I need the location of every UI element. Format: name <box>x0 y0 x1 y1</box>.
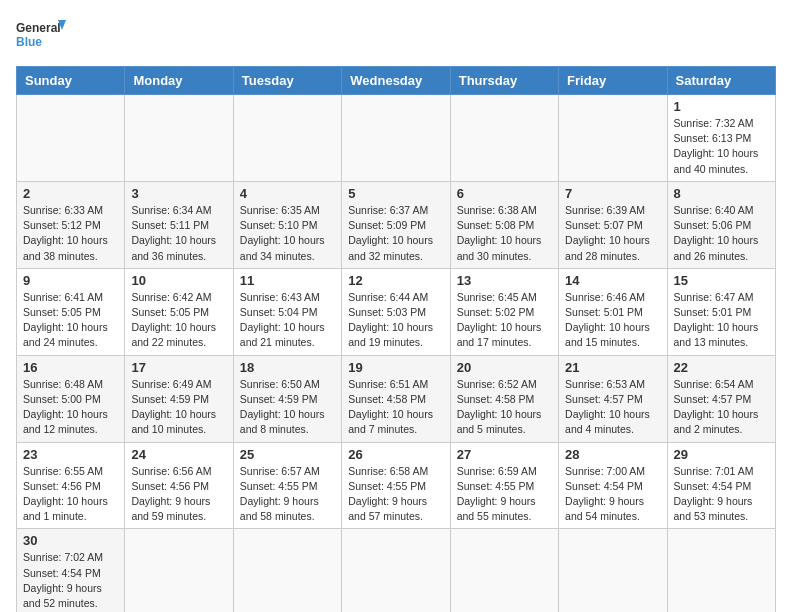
day-info: Sunrise: 6:46 AM Sunset: 5:01 PM Dayligh… <box>565 290 660 351</box>
day-info: Sunrise: 6:53 AM Sunset: 4:57 PM Dayligh… <box>565 377 660 438</box>
calendar-week-6: 30Sunrise: 7:02 AM Sunset: 4:54 PM Dayli… <box>17 529 776 612</box>
day-info: Sunrise: 6:49 AM Sunset: 4:59 PM Dayligh… <box>131 377 226 438</box>
day-number: 22 <box>674 360 769 375</box>
calendar-cell <box>342 529 450 612</box>
day-info: Sunrise: 6:35 AM Sunset: 5:10 PM Dayligh… <box>240 203 335 264</box>
calendar-cell <box>17 95 125 182</box>
day-info: Sunrise: 7:00 AM Sunset: 4:54 PM Dayligh… <box>565 464 660 525</box>
calendar-cell: 6Sunrise: 6:38 AM Sunset: 5:08 PM Daylig… <box>450 181 558 268</box>
calendar-cell: 1Sunrise: 7:32 AM Sunset: 6:13 PM Daylig… <box>667 95 775 182</box>
calendar-cell: 27Sunrise: 6:59 AM Sunset: 4:55 PM Dayli… <box>450 442 558 529</box>
day-number: 23 <box>23 447 118 462</box>
day-number: 1 <box>674 99 769 114</box>
calendar-cell: 21Sunrise: 6:53 AM Sunset: 4:57 PM Dayli… <box>559 355 667 442</box>
day-number: 19 <box>348 360 443 375</box>
weekday-header-tuesday: Tuesday <box>233 67 341 95</box>
day-number: 4 <box>240 186 335 201</box>
calendar-cell: 18Sunrise: 6:50 AM Sunset: 4:59 PM Dayli… <box>233 355 341 442</box>
calendar-cell: 4Sunrise: 6:35 AM Sunset: 5:10 PM Daylig… <box>233 181 341 268</box>
calendar-cell: 26Sunrise: 6:58 AM Sunset: 4:55 PM Dayli… <box>342 442 450 529</box>
day-number: 27 <box>457 447 552 462</box>
logo: General Blue <box>16 16 66 56</box>
day-number: 14 <box>565 273 660 288</box>
weekday-header-thursday: Thursday <box>450 67 558 95</box>
day-info: Sunrise: 6:38 AM Sunset: 5:08 PM Dayligh… <box>457 203 552 264</box>
logo-svg: General Blue <box>16 16 66 56</box>
calendar-cell: 23Sunrise: 6:55 AM Sunset: 4:56 PM Dayli… <box>17 442 125 529</box>
day-number: 9 <box>23 273 118 288</box>
day-info: Sunrise: 6:34 AM Sunset: 5:11 PM Dayligh… <box>131 203 226 264</box>
day-number: 12 <box>348 273 443 288</box>
day-number: 18 <box>240 360 335 375</box>
weekday-header-monday: Monday <box>125 67 233 95</box>
calendar-week-3: 9Sunrise: 6:41 AM Sunset: 5:05 PM Daylig… <box>17 268 776 355</box>
day-number: 11 <box>240 273 335 288</box>
general-text: General <box>16 21 61 35</box>
calendar-cell: 5Sunrise: 6:37 AM Sunset: 5:09 PM Daylig… <box>342 181 450 268</box>
calendar-cell: 2Sunrise: 6:33 AM Sunset: 5:12 PM Daylig… <box>17 181 125 268</box>
day-number: 7 <box>565 186 660 201</box>
day-number: 24 <box>131 447 226 462</box>
calendar-cell: 25Sunrise: 6:57 AM Sunset: 4:55 PM Dayli… <box>233 442 341 529</box>
calendar-cell <box>342 95 450 182</box>
day-number: 28 <box>565 447 660 462</box>
calendar-cell: 10Sunrise: 6:42 AM Sunset: 5:05 PM Dayli… <box>125 268 233 355</box>
day-number: 8 <box>674 186 769 201</box>
day-info: Sunrise: 6:41 AM Sunset: 5:05 PM Dayligh… <box>23 290 118 351</box>
day-info: Sunrise: 6:51 AM Sunset: 4:58 PM Dayligh… <box>348 377 443 438</box>
calendar-cell <box>559 529 667 612</box>
calendar-table: SundayMondayTuesdayWednesdayThursdayFrid… <box>16 66 776 612</box>
calendar-cell <box>559 95 667 182</box>
day-number: 13 <box>457 273 552 288</box>
day-info: Sunrise: 6:56 AM Sunset: 4:56 PM Dayligh… <box>131 464 226 525</box>
day-number: 2 <box>23 186 118 201</box>
page-header: General Blue <box>16 16 776 56</box>
day-number: 16 <box>23 360 118 375</box>
day-info: Sunrise: 6:43 AM Sunset: 5:04 PM Dayligh… <box>240 290 335 351</box>
calendar-cell: 30Sunrise: 7:02 AM Sunset: 4:54 PM Dayli… <box>17 529 125 612</box>
day-info: Sunrise: 6:52 AM Sunset: 4:58 PM Dayligh… <box>457 377 552 438</box>
calendar-cell: 3Sunrise: 6:34 AM Sunset: 5:11 PM Daylig… <box>125 181 233 268</box>
calendar-cell: 19Sunrise: 6:51 AM Sunset: 4:58 PM Dayli… <box>342 355 450 442</box>
calendar-cell: 28Sunrise: 7:00 AM Sunset: 4:54 PM Dayli… <box>559 442 667 529</box>
weekday-header-friday: Friday <box>559 67 667 95</box>
day-info: Sunrise: 6:57 AM Sunset: 4:55 PM Dayligh… <box>240 464 335 525</box>
weekday-header-row: SundayMondayTuesdayWednesdayThursdayFrid… <box>17 67 776 95</box>
day-number: 29 <box>674 447 769 462</box>
day-number: 30 <box>23 533 118 548</box>
day-number: 26 <box>348 447 443 462</box>
day-info: Sunrise: 6:40 AM Sunset: 5:06 PM Dayligh… <box>674 203 769 264</box>
day-info: Sunrise: 6:59 AM Sunset: 4:55 PM Dayligh… <box>457 464 552 525</box>
calendar-cell <box>233 95 341 182</box>
day-number: 6 <box>457 186 552 201</box>
calendar-cell: 13Sunrise: 6:45 AM Sunset: 5:02 PM Dayli… <box>450 268 558 355</box>
blue-text: Blue <box>16 35 42 49</box>
calendar-cell <box>450 95 558 182</box>
day-number: 25 <box>240 447 335 462</box>
calendar-cell: 17Sunrise: 6:49 AM Sunset: 4:59 PM Dayli… <box>125 355 233 442</box>
day-info: Sunrise: 6:55 AM Sunset: 4:56 PM Dayligh… <box>23 464 118 525</box>
calendar-cell <box>233 529 341 612</box>
calendar-cell: 20Sunrise: 6:52 AM Sunset: 4:58 PM Dayli… <box>450 355 558 442</box>
calendar-week-1: 1Sunrise: 7:32 AM Sunset: 6:13 PM Daylig… <box>17 95 776 182</box>
day-info: Sunrise: 7:02 AM Sunset: 4:54 PM Dayligh… <box>23 550 118 611</box>
day-info: Sunrise: 6:39 AM Sunset: 5:07 PM Dayligh… <box>565 203 660 264</box>
calendar-cell <box>125 529 233 612</box>
calendar-cell <box>450 529 558 612</box>
weekday-header-wednesday: Wednesday <box>342 67 450 95</box>
day-info: Sunrise: 6:33 AM Sunset: 5:12 PM Dayligh… <box>23 203 118 264</box>
day-info: Sunrise: 6:50 AM Sunset: 4:59 PM Dayligh… <box>240 377 335 438</box>
calendar-cell <box>667 529 775 612</box>
day-info: Sunrise: 6:37 AM Sunset: 5:09 PM Dayligh… <box>348 203 443 264</box>
day-number: 21 <box>565 360 660 375</box>
calendar-cell: 16Sunrise: 6:48 AM Sunset: 5:00 PM Dayli… <box>17 355 125 442</box>
calendar-cell: 29Sunrise: 7:01 AM Sunset: 4:54 PM Dayli… <box>667 442 775 529</box>
calendar-cell <box>125 95 233 182</box>
calendar-cell: 8Sunrise: 6:40 AM Sunset: 5:06 PM Daylig… <box>667 181 775 268</box>
calendar-cell: 9Sunrise: 6:41 AM Sunset: 5:05 PM Daylig… <box>17 268 125 355</box>
day-info: Sunrise: 6:54 AM Sunset: 4:57 PM Dayligh… <box>674 377 769 438</box>
calendar-cell: 22Sunrise: 6:54 AM Sunset: 4:57 PM Dayli… <box>667 355 775 442</box>
calendar-cell: 11Sunrise: 6:43 AM Sunset: 5:04 PM Dayli… <box>233 268 341 355</box>
day-info: Sunrise: 6:45 AM Sunset: 5:02 PM Dayligh… <box>457 290 552 351</box>
weekday-header-sunday: Sunday <box>17 67 125 95</box>
